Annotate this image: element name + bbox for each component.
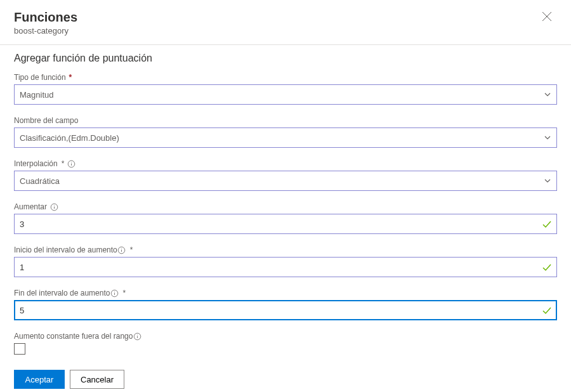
select-interpolation-value: Cuadrática <box>20 176 544 186</box>
select-field-name-value: Clasificación,(Edm.Double) <box>20 133 544 143</box>
select-field-name[interactable]: Clasificación,(Edm.Double) <box>14 127 557 148</box>
select-function-type[interactable]: Magnitud <box>14 84 557 105</box>
select-function-type-value: Magnitud <box>20 90 544 100</box>
form-panel: Agregar función de puntuación Tipo de fu… <box>0 45 571 392</box>
input-range-start[interactable] <box>14 257 557 277</box>
accept-button[interactable]: Aceptar <box>14 370 65 389</box>
required-asterisk: * <box>122 289 126 297</box>
svg-point-16 <box>137 334 138 335</box>
close-icon <box>542 14 552 23</box>
label-field-name: Nombre del campo <box>14 116 557 125</box>
field-field-name: Nombre del campo Clasificación,(Edm.Doub… <box>14 116 557 148</box>
label-function-type: Tipo de función* <box>14 73 557 82</box>
chevron-down-icon <box>544 91 551 98</box>
field-boost: Aumentar <box>14 202 557 234</box>
select-interpolation[interactable]: Cuadrática <box>14 171 557 191</box>
field-range-start: Inicio del intervalo de aumento * <box>14 245 557 277</box>
cancel-button[interactable]: Cancelar <box>70 370 124 389</box>
chevron-down-icon <box>544 134 551 141</box>
info-icon[interactable] <box>49 202 58 211</box>
info-icon[interactable] <box>117 245 126 254</box>
required-asterisk: * <box>62 159 65 168</box>
field-constant-outside: Aumento constante fuera del rango <box>14 332 557 355</box>
page-subtitle: boost-category <box>14 26 557 36</box>
input-range-end[interactable] <box>14 300 557 320</box>
section-title: Agregar función de puntuación <box>14 53 557 64</box>
svg-point-10 <box>121 248 122 249</box>
label-boost: Aumentar <box>14 202 557 211</box>
svg-point-7 <box>54 205 55 206</box>
page-title: Funciones <box>14 10 557 25</box>
panel-header: Funciones boost-category <box>0 0 571 42</box>
field-range-end: Fin del intervalo de aumento * <box>14 289 557 320</box>
label-interpolation: Interpolación * <box>14 159 557 168</box>
info-icon[interactable] <box>67 159 75 168</box>
required-star: * <box>69 73 72 82</box>
required-asterisk: * <box>130 245 133 254</box>
button-row: Aceptar Cancelar <box>14 370 557 389</box>
svg-point-13 <box>114 291 115 292</box>
label-range-start: Inicio del intervalo de aumento * <box>14 245 557 254</box>
info-icon[interactable] <box>110 289 119 297</box>
label-constant-outside: Aumento constante fuera del rango <box>14 332 557 341</box>
chevron-down-icon <box>544 177 551 185</box>
info-icon[interactable] <box>133 332 141 341</box>
label-range-end: Fin del intervalo de aumento * <box>14 289 557 297</box>
svg-point-4 <box>71 162 72 162</box>
field-interpolation: Interpolación * Cuadrática <box>14 159 557 191</box>
close-button[interactable] <box>542 11 552 22</box>
field-function-type: Tipo de función* Magnitud <box>14 73 557 105</box>
checkbox-constant-outside[interactable] <box>14 343 25 355</box>
input-boost[interactable] <box>14 214 557 234</box>
